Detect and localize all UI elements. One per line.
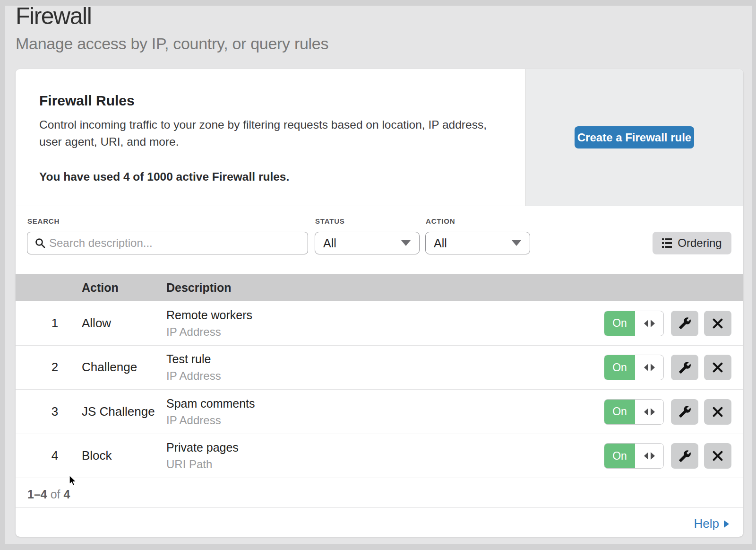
action-label: ACTION xyxy=(426,217,455,225)
card-heading: Firewall Rules xyxy=(39,93,135,109)
rule-action: JS Challenge xyxy=(82,390,155,434)
edit-rule-button[interactable] xyxy=(671,311,698,336)
pagination-range: 1–4 xyxy=(27,488,47,501)
card-description: Control incoming traffic to your zone by… xyxy=(39,116,488,150)
rule-description: Test rule IP Address xyxy=(166,346,221,390)
edit-rule-button[interactable] xyxy=(671,355,698,380)
arrow-left-icon xyxy=(644,452,648,460)
column-header-description: Description xyxy=(166,274,232,301)
search-input[interactable]: Search description... xyxy=(27,232,308,254)
pagination-total: 4 xyxy=(63,488,70,501)
rule-field: IP Address xyxy=(166,368,221,383)
toggle-on-label: On xyxy=(604,311,635,336)
table-row: 4 Block Private pages URI Path On xyxy=(16,434,743,479)
ordering-button[interactable]: Ordering xyxy=(653,232,731,254)
rule-enabled-toggle[interactable]: On xyxy=(604,399,664,425)
action-select[interactable]: All xyxy=(425,232,530,254)
arrow-left-icon xyxy=(644,320,648,327)
ordering-label: Ordering xyxy=(678,236,722,250)
rule-enabled-toggle[interactable]: On xyxy=(604,443,664,469)
rule-field: URI Path xyxy=(166,457,239,471)
search-icon xyxy=(35,238,45,248)
toggle-on-label: On xyxy=(604,400,635,424)
rule-priority: 1 xyxy=(48,301,62,345)
rule-description: Private pages URI Path xyxy=(166,434,239,478)
wrench-icon xyxy=(679,361,691,374)
rule-priority: 2 xyxy=(48,346,62,390)
mouse-cursor xyxy=(69,475,77,487)
help-label: Help xyxy=(694,516,719,531)
rule-field: IP Address xyxy=(166,324,252,339)
usage-summary: You have used 4 of 1000 active Firewall … xyxy=(39,170,289,183)
delete-rule-button[interactable] xyxy=(704,355,731,380)
status-select[interactable]: All xyxy=(315,232,420,254)
rule-description: Spam comments IP Address xyxy=(166,390,255,434)
pagination: 1–4 of 4 xyxy=(27,488,70,501)
search-placeholder: Search description... xyxy=(49,236,153,250)
wrench-icon xyxy=(679,405,691,418)
arrow-right-icon xyxy=(724,520,729,528)
table-row: 2 Challenge Test rule IP Address On xyxy=(16,346,743,390)
toggle-handle xyxy=(635,311,663,336)
rule-action: Challenge xyxy=(82,346,137,390)
table-header: Action Description xyxy=(16,274,743,301)
column-header-action: Action xyxy=(82,274,119,301)
status-label: STATUS xyxy=(315,217,345,225)
close-icon xyxy=(712,361,724,374)
pagination-of: of xyxy=(51,488,60,501)
table-row: 1 Allow Remote workers IP Address On xyxy=(16,301,743,346)
rule-description: Remote workers IP Address xyxy=(166,301,252,345)
arrow-right-icon xyxy=(651,320,655,327)
toggle-on-label: On xyxy=(604,355,635,380)
close-icon xyxy=(712,317,724,330)
create-firewall-rule-button[interactable]: Create a Firewall rule xyxy=(575,126,694,148)
close-icon xyxy=(712,406,724,418)
page-subtitle: Manage access by IP, country, or query r… xyxy=(16,35,328,53)
rule-enabled-toggle[interactable]: On xyxy=(604,311,664,336)
search-label: SEARCH xyxy=(27,217,60,225)
rule-description-title: Test rule xyxy=(166,351,221,367)
edit-rule-button[interactable] xyxy=(671,399,698,425)
delete-rule-button[interactable] xyxy=(704,311,731,336)
edit-rule-button[interactable] xyxy=(671,443,698,469)
arrow-right-icon xyxy=(651,408,655,416)
arrow-right-icon xyxy=(651,364,655,371)
rule-description-title: Spam comments xyxy=(166,396,255,411)
rule-enabled-toggle[interactable]: On xyxy=(604,355,664,380)
arrow-left-icon xyxy=(644,408,648,416)
help-link[interactable]: Help xyxy=(694,516,729,531)
arrow-right-icon xyxy=(651,452,655,460)
list-ordering-icon xyxy=(662,238,672,248)
toggle-handle xyxy=(635,355,663,380)
delete-rule-button[interactable] xyxy=(704,399,731,425)
footer-divider xyxy=(16,507,743,508)
delete-rule-button[interactable] xyxy=(704,443,731,469)
toggle-handle xyxy=(635,444,663,468)
rule-priority: 4 xyxy=(48,434,62,478)
toggle-handle xyxy=(635,400,663,424)
rule-description-title: Private pages xyxy=(166,440,239,455)
chevron-down-icon xyxy=(512,240,521,246)
close-icon xyxy=(712,450,724,462)
status-value: All xyxy=(323,236,401,250)
wrench-icon xyxy=(679,317,691,330)
page-title: Firewall xyxy=(16,2,91,30)
arrow-left-icon xyxy=(644,364,648,371)
rule-action: Block xyxy=(82,434,112,478)
toggle-on-label: On xyxy=(604,444,635,468)
rule-action: Allow xyxy=(82,301,111,345)
chevron-down-icon xyxy=(401,240,411,246)
rule-priority: 3 xyxy=(48,390,62,434)
rule-field: IP Address xyxy=(166,413,255,428)
wrench-icon xyxy=(679,450,691,463)
table-row: 3 JS Challenge Spam comments IP Address … xyxy=(16,390,743,434)
card-top-divider xyxy=(16,206,743,206)
action-value: All xyxy=(434,236,512,250)
rule-description-title: Remote workers xyxy=(166,307,252,323)
